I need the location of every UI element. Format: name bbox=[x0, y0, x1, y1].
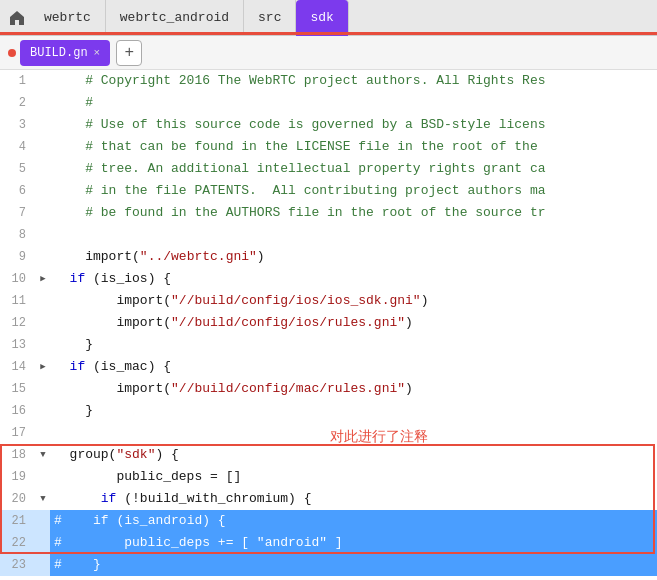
line-num-16: 16 bbox=[0, 400, 36, 422]
line-content-14: if (is_mac) { bbox=[50, 356, 657, 378]
line-24: 24 ▶ if (is_ios) { bbox=[0, 576, 657, 580]
line-12: 12 import("//build/config/ios/rules.gni"… bbox=[0, 312, 657, 334]
line-num-13: 13 bbox=[0, 334, 36, 356]
line-content-10: if (is_ios) { bbox=[50, 268, 657, 290]
file-tab-name: BUILD.gn bbox=[30, 46, 88, 60]
line-num-18: 18 bbox=[0, 444, 36, 466]
line-num-5: 5 bbox=[0, 158, 36, 180]
line-17: 17 bbox=[0, 422, 657, 444]
line-13: 13 } bbox=[0, 334, 657, 356]
line-num-1: 1 bbox=[0, 70, 36, 92]
line-content-6: # in the file PATENTS. All contributing … bbox=[50, 180, 657, 202]
line-22: 22 # public_deps += [ "android" ] bbox=[0, 532, 657, 554]
modified-indicator bbox=[8, 49, 16, 57]
line-num-22: 22 bbox=[0, 532, 36, 554]
line-content-11: import("//build/config/ios/ios_sdk.gni") bbox=[50, 290, 657, 312]
code-area: 1 # Copyright 2016 The WebRTC project au… bbox=[0, 70, 657, 580]
line-num-20: 20 bbox=[0, 488, 36, 510]
line-content-18: group("sdk") { bbox=[50, 444, 657, 466]
line-num-8: 8 bbox=[0, 224, 36, 246]
line-num-10: 10 bbox=[0, 268, 36, 290]
line-num-17: 17 bbox=[0, 422, 36, 444]
line-content-9: import("../webrtc.gni") bbox=[50, 246, 657, 268]
code-container: 对此进行了注释 1 # Copyright 2016 The WebRTC pr… bbox=[0, 70, 657, 580]
line-18: 18 ▼ group("sdk") { bbox=[0, 444, 657, 466]
line-content-4: # that can be found in the LICENSE file … bbox=[50, 136, 657, 158]
line-content-19: public_deps = [] bbox=[50, 466, 657, 488]
line-num-2: 2 bbox=[0, 92, 36, 114]
line-num-21: 21 bbox=[0, 510, 36, 532]
line-20: 20 ▼ if (!build_with_chromium) { bbox=[0, 488, 657, 510]
line-content-22: # public_deps += [ "android" ] bbox=[50, 532, 657, 554]
file-tab-bar: BUILD.gn × + bbox=[0, 36, 657, 70]
line-num-23: 23 bbox=[0, 554, 36, 576]
tab-sdk[interactable]: sdk bbox=[296, 0, 348, 36]
line-num-6: 6 bbox=[0, 180, 36, 202]
annotation-text: 对此进行了注释 bbox=[330, 428, 428, 446]
line-7: 7 # be found in the AUTHORS file in the … bbox=[0, 202, 657, 224]
line-content-1: # Copyright 2016 The WebRTC project auth… bbox=[50, 70, 657, 92]
line-num-14: 14 bbox=[0, 356, 36, 378]
line-num-3: 3 bbox=[0, 114, 36, 136]
line-content-20: if (!build_with_chromium) { bbox=[50, 488, 657, 510]
file-tab-build-gn[interactable]: BUILD.gn × bbox=[20, 40, 110, 66]
line-19: 19 public_deps = [] bbox=[0, 466, 657, 488]
line-content-2: # bbox=[50, 92, 657, 114]
tab-src[interactable]: src bbox=[244, 0, 296, 36]
line-num-9: 9 bbox=[0, 246, 36, 268]
line-21: 21 # if (is_android) { bbox=[0, 510, 657, 532]
line-9: 9 import("../webrtc.gni") bbox=[0, 246, 657, 268]
line-content-23: # } bbox=[50, 554, 657, 576]
line-num-15: 15 bbox=[0, 378, 36, 400]
tab-webrtc-android[interactable]: webrtc_android bbox=[106, 0, 244, 36]
line-10: 10 ▶ if (is_ios) { bbox=[0, 268, 657, 290]
line-5: 5 # tree. An additional intellectual pro… bbox=[0, 158, 657, 180]
line-4: 4 # that can be found in the LICENSE fil… bbox=[0, 136, 657, 158]
line-content-7: # be found in the AUTHORS file in the ro… bbox=[50, 202, 657, 224]
line-content-16: } bbox=[50, 400, 657, 422]
tab-bar: webrtc webrtc_android src sdk bbox=[0, 0, 657, 36]
line-num-7: 7 bbox=[0, 202, 36, 224]
line-content-5: # tree. An additional intellectual prope… bbox=[50, 158, 657, 180]
line-15: 15 import("//build/config/mac/rules.gni"… bbox=[0, 378, 657, 400]
line-num-19: 19 bbox=[0, 466, 36, 488]
line-3: 3 # Use of this source code is governed … bbox=[0, 114, 657, 136]
line-content-3: # Use of this source code is governed by… bbox=[50, 114, 657, 136]
add-tab-button[interactable]: + bbox=[116, 40, 142, 66]
tab-webrtc[interactable]: webrtc bbox=[30, 0, 106, 36]
line-14: 14 ▶ if (is_mac) { bbox=[0, 356, 657, 378]
line-1: 1 # Copyright 2016 The WebRTC project au… bbox=[0, 70, 657, 92]
line-content-15: import("//build/config/mac/rules.gni") bbox=[50, 378, 657, 400]
home-icon[interactable] bbox=[8, 9, 26, 27]
line-2: 2 # bbox=[0, 92, 657, 114]
line-23: 23 # } bbox=[0, 554, 657, 576]
close-tab-button[interactable]: × bbox=[94, 47, 101, 59]
line-num-24: 24 bbox=[0, 576, 36, 580]
line-content-21: # if (is_android) { bbox=[50, 510, 657, 532]
line-content-24: if (is_ios) { bbox=[50, 576, 657, 580]
line-num-4: 4 bbox=[0, 136, 36, 158]
line-16: 16 } bbox=[0, 400, 657, 422]
line-content-12: import("//build/config/ios/rules.gni") bbox=[50, 312, 657, 334]
line-6: 6 # in the file PATENTS. All contributin… bbox=[0, 180, 657, 202]
line-8: 8 bbox=[0, 224, 657, 246]
line-num-11: 11 bbox=[0, 290, 36, 312]
line-11: 11 import("//build/config/ios/ios_sdk.gn… bbox=[0, 290, 657, 312]
line-num-12: 12 bbox=[0, 312, 36, 334]
line-content-13: } bbox=[50, 334, 657, 356]
